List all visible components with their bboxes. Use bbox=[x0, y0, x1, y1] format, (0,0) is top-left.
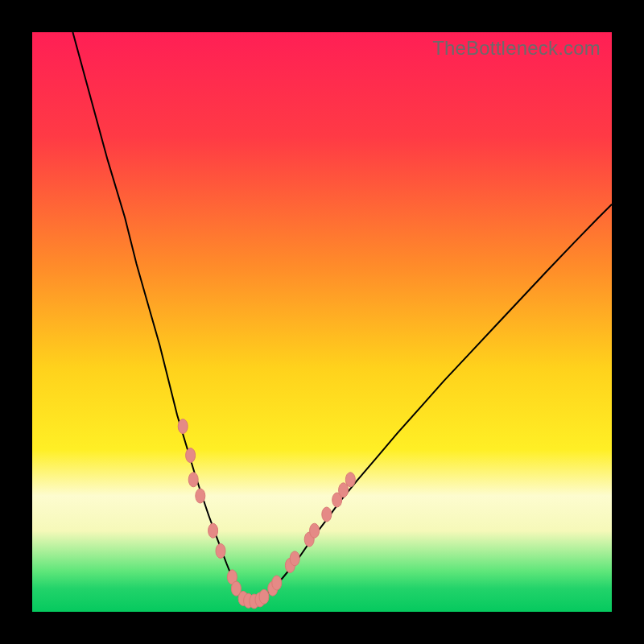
curve-marker bbox=[290, 551, 299, 566]
curve-marker bbox=[216, 543, 225, 558]
curve-marker bbox=[188, 473, 198, 487]
curve-marker bbox=[196, 489, 205, 503]
curve-marker bbox=[322, 507, 332, 522]
plot-area: TheBottleneck.com bbox=[32, 32, 612, 612]
curve-marker bbox=[310, 523, 320, 538]
curve-marker bbox=[186, 448, 196, 463]
curve-markers bbox=[178, 419, 355, 609]
curve-marker bbox=[259, 589, 269, 604]
curve-marker bbox=[178, 419, 188, 434]
curve-marker bbox=[272, 576, 282, 590]
curve-marker bbox=[208, 523, 218, 538]
curve-marker bbox=[345, 473, 355, 487]
chart-frame: TheBottleneck.com bbox=[0, 0, 644, 644]
chart-svg bbox=[32, 32, 612, 612]
bottleneck-curve bbox=[72, 32, 612, 603]
